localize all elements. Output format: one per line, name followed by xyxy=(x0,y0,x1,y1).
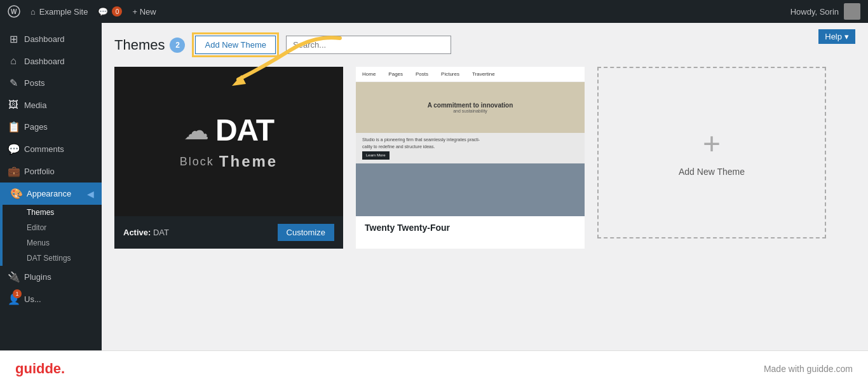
t24-nav: Home Pages Posts Pictures Travertine xyxy=(356,67,585,82)
sidebar-item-pages[interactable]: 📋 Pages xyxy=(0,116,102,138)
sidebar: ⊞ Dashboard ⌂ Dashboard ✎ Posts 🖼 Media … xyxy=(0,23,102,386)
themes-count-badge: 2 xyxy=(170,38,185,53)
t24-theme-name: Twenty Twenty-Four xyxy=(356,216,585,239)
t24-image xyxy=(356,163,585,216)
submenu-item-menus[interactable]: Menus xyxy=(22,235,102,251)
sidebar-label-plugins: Plugins xyxy=(24,272,51,282)
sidebar-item-dashboard2[interactable]: ⌂ Dashboard xyxy=(0,50,102,72)
wp-logo-item[interactable]: W xyxy=(8,5,20,18)
t24-nav-item1: Home xyxy=(362,71,376,77)
portfolio-icon: 💼 xyxy=(8,165,19,177)
sidebar-item-dashboard[interactable]: ⊞ Dashboard xyxy=(0,28,102,50)
sidebar-item-appearance[interactable]: 🎨 Appearance ◀ xyxy=(3,183,102,205)
appearance-section: 🎨 Appearance ◀ Themes Editor Menus DAT S… xyxy=(0,183,102,266)
new-label: + New xyxy=(132,7,156,17)
guidde-footer: guidde. Made with guidde.com xyxy=(0,350,868,386)
sidebar-item-posts[interactable]: ✎ Posts xyxy=(0,72,102,94)
sidebar-label-appearance: Appearance xyxy=(27,189,71,198)
sidebar-label-users: Us... xyxy=(24,294,41,304)
media-icon: 🖼 xyxy=(8,99,19,111)
plugins-icon: 🔌 xyxy=(8,271,19,283)
submenu-item-editor[interactable]: Editor xyxy=(22,220,102,235)
help-chevron: ▾ xyxy=(844,32,849,41)
guidde-logo-text: guidde. xyxy=(15,361,65,376)
dat-block-row: Block Theme xyxy=(180,153,278,170)
site-name-item[interactable]: ⌂ Example Site xyxy=(31,7,88,17)
comments-count: 0 xyxy=(112,6,122,17)
appearance-icon: 🎨 xyxy=(10,188,22,200)
dashboard-icon: ⊞ xyxy=(8,33,19,45)
submenu-label-themes: Themes xyxy=(27,208,54,217)
dat-logo-area: ☁ DAT xyxy=(184,113,274,148)
dat-theme-name: DAT xyxy=(215,113,274,148)
themes-header: Themes 2 Add New Theme xyxy=(114,36,855,54)
comments-sidebar-icon: 💬 xyxy=(8,143,19,155)
active-text: Active: xyxy=(123,228,151,237)
comments-item[interactable]: 💬 0 xyxy=(98,6,122,17)
sidebar-item-media[interactable]: 🖼 Media xyxy=(0,94,102,116)
sidebar-item-comments[interactable]: 💬 Comments xyxy=(0,138,102,160)
dat-cloud-icon: ☁ xyxy=(184,116,209,145)
themes-grid: ☁ DAT Block Theme Active: DAT Customize xyxy=(114,67,855,249)
submenu-item-themes[interactable]: Themes xyxy=(22,205,102,220)
submenu-label-editor: Editor xyxy=(27,223,46,232)
appearance-submenu: Themes Editor Menus DAT Settings xyxy=(3,205,102,266)
made-with-text: Made with guidde.com xyxy=(764,364,853,374)
t24-screenshot: Home Pages Posts Pictures Travertine A c… xyxy=(356,67,585,216)
admin-bar: W ⌂ Example Site 💬 0 + New Howdy, Sorin xyxy=(0,0,868,23)
theme-card-t24: Home Pages Posts Pictures Travertine A c… xyxy=(356,67,585,249)
theme-card-dat: ☁ DAT Block Theme Active: DAT Customize xyxy=(114,67,343,249)
sidebar-label-comments: Comments xyxy=(24,144,64,154)
t24-text: Studio is a pioneering firm that seamles… xyxy=(362,137,578,150)
t24-hero: A commitment to innovation and sustainab… xyxy=(356,82,585,133)
sidebar-label-posts: Posts xyxy=(24,78,45,88)
adminbar-left: W ⌂ Example Site 💬 0 + New xyxy=(8,5,156,18)
page-title-text: Themes xyxy=(114,37,165,53)
submenu-item-dat-settings[interactable]: DAT Settings xyxy=(22,251,102,266)
sidebar-item-plugins[interactable]: 🔌 Plugins xyxy=(0,266,102,288)
dat-theme-footer: Active: DAT Customize xyxy=(114,216,343,249)
main-content: Help ▾ Themes 2 Add New Theme ☁ DAT xyxy=(102,23,868,350)
search-input[interactable] xyxy=(286,36,451,54)
t24-nav-item2: Pages xyxy=(388,71,403,77)
add-theme-card[interactable]: + Add New Theme xyxy=(597,67,826,238)
sidebar-label-pages: Pages xyxy=(24,122,48,132)
comments-icon: 💬 xyxy=(98,7,108,17)
dat-name: DAT xyxy=(153,228,169,237)
customize-button[interactable]: Customize xyxy=(278,224,334,241)
appearance-arrow: ◀ xyxy=(87,189,94,199)
plus-icon: + xyxy=(703,128,721,159)
sidebar-item-users[interactable]: 👤 Us... 1 xyxy=(0,288,102,310)
t24-nav-item3: Posts xyxy=(416,71,428,77)
help-area: Help ▾ xyxy=(818,29,855,44)
wp-logo-icon: W xyxy=(8,5,20,18)
sidebar-label-media: Media xyxy=(24,100,46,110)
sidebar-label-dashboard2: Dashboard xyxy=(24,57,65,66)
sidebar-label-portfolio: Portfolio xyxy=(24,167,55,176)
dat-active-label: Active: DAT xyxy=(123,228,169,237)
pages-icon: 📋 xyxy=(8,121,19,133)
adminbar-right: Howdy, Sorin xyxy=(790,3,860,20)
dat-block-label: Block xyxy=(180,155,214,169)
guidde-logo: guidde. xyxy=(15,361,65,377)
sidebar-item-portfolio[interactable]: 💼 Portfolio xyxy=(0,160,102,183)
site-name: Example Site xyxy=(39,7,88,17)
dat-theme-screenshot: ☁ DAT Block Theme xyxy=(114,67,343,216)
page-title: Themes 2 xyxy=(114,37,185,53)
home-icon: ⌂ xyxy=(31,7,36,17)
help-button[interactable]: Help ▾ xyxy=(818,29,855,44)
sidebar-label-dashboard: Dashboard xyxy=(24,34,65,44)
help-label: Help xyxy=(825,32,842,41)
t24-content: Studio is a pioneering firm that seamles… xyxy=(356,133,585,163)
dashboard2-icon: ⌂ xyxy=(8,55,19,67)
t24-nav-item4: Pictures xyxy=(441,71,459,77)
t24-hero-title: A commitment to innovation xyxy=(428,102,513,109)
avatar[interactable] xyxy=(844,3,860,20)
add-new-theme-button[interactable]: Add New Theme xyxy=(195,36,276,54)
add-theme-card-label: Add New Theme xyxy=(679,167,745,177)
dat-theme-subtitle: Theme xyxy=(219,153,278,170)
posts-icon: ✎ xyxy=(8,77,19,89)
new-item[interactable]: + New xyxy=(132,7,156,17)
svg-text:W: W xyxy=(11,8,17,15)
submenu-label-dat-settings: DAT Settings xyxy=(27,254,71,263)
